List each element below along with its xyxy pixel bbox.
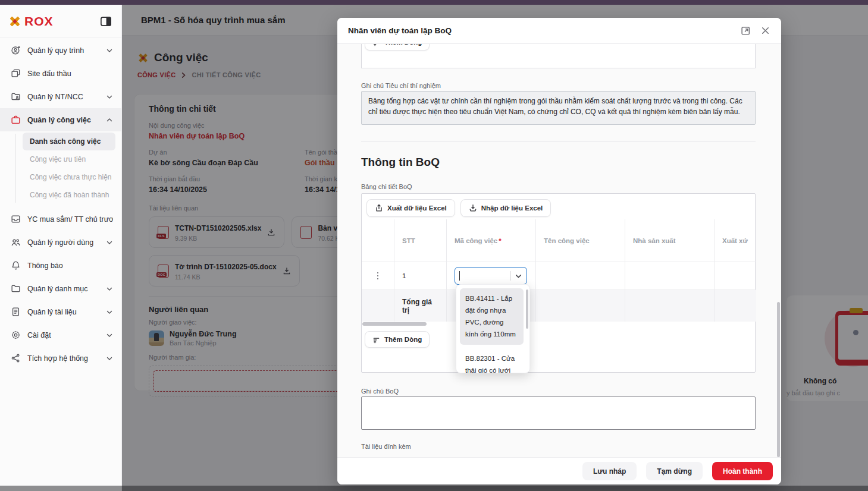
horizontal-scrollbar[interactable] [362,322,427,326]
sidebar-item-label: Thông báo [27,262,113,270]
ma-cong-viec-dropdown: BB.41411 - Lắp đặt ống nhựa PVC, đường k… [456,284,530,373]
sidebar-item-label: YC mua sắm/ TT chủ trương [27,215,113,224]
drag-column-header [362,219,394,262]
boq-note-label: Ghi chú BoQ [361,388,399,395]
row-menu-icon[interactable] [375,270,381,282]
boq-modal: Nhân viên dự toán lập BoQ Thêm Dòng Ghi … [337,18,781,484]
table-row: 1 [362,262,755,290]
vendor-folder-icon [11,92,21,102]
sidebar-item-label: Quản lý NT/NCC [27,93,99,101]
gear-icon [11,330,21,340]
sidebar-item-tai-lieu[interactable]: Quản lý tài liệu [0,300,121,323]
sidebar-item-label: Quản lý tài liệu [27,308,99,316]
sidebar-item-quy-trinh[interactable]: Quản lý quy trình [0,39,121,62]
export-label: Xuất dữ liệu Excel [387,204,447,212]
complete-button[interactable]: Hoàn thành [712,462,773,480]
sidebar-collapse-icon[interactable] [100,15,112,27]
boq-table-label: Bảng chi tiết BoQ [361,183,412,190]
rox-logo-icon [8,15,21,28]
modal-footer: Lưu nháp Tạm dừng Hoàn thành [337,457,781,484]
sidebar-subitem-danh-sach[interactable]: Danh sách công việc [23,133,115,150]
add-row-icon [372,336,380,344]
test-note-textarea[interactable]: Bảng tổng hợp các vật tư chính cần thí n… [361,91,756,125]
attach-label: Tài liệu đính kèm [361,443,411,450]
ma-cong-viec-select[interactable] [455,267,527,285]
sidebar-item-thong-bao[interactable]: Thông báo [0,254,121,277]
users-icon [11,237,21,247]
cell-ten-cong-viec[interactable] [536,262,625,290]
inbox-icon [11,214,21,224]
previous-table-cut: Thêm Dòng [361,44,756,68]
chevron-up-icon [106,117,113,124]
chevron-down-icon [106,332,113,339]
sidebar-item-tich-hop[interactable]: Tích hợp hệ thống [0,347,121,370]
dropdown-scrollbar[interactable] [526,289,528,329]
sidebar-submenu: Danh sách công việc Công việc ưu tiên Cô… [0,131,121,207]
modal-body: Thêm Dòng Ghi chú Tiêu chí thí nghiệm Bả… [337,44,781,457]
boq-note-textarea[interactable] [361,396,756,430]
boq-table: Xuất dữ liệu Excel Nhập dữ liệu Excel ST… [361,193,756,373]
chevron-down-icon [106,239,113,246]
site-icon [11,68,21,78]
sidebar-item-site-dau-thau[interactable]: Site đấu thầu [0,62,121,85]
sidebar-subitem-da-hoan-thanh[interactable]: Công việc đã hoàn thành [23,186,115,204]
chevron-down-icon [106,93,113,100]
export-excel-button[interactable]: Xuất dữ liệu Excel [366,199,455,217]
briefcase-icon [11,115,21,125]
total-label: Tổng giá trị [402,298,438,314]
sidebar-item-label: Quản lý người dùng [27,238,99,247]
sidebar-subitem-chua-thuc-hien[interactable]: Công việc chưa thực hiện [23,168,115,186]
sidebar-item-cong-viec[interactable]: Quản lý công việc [0,108,121,131]
integration-icon [11,353,21,363]
add-row-label: Thêm Dòng [384,336,422,343]
sidebar-item-cai-dat[interactable]: Cài đặt [0,323,121,347]
sidebar-item-label: Quản lý công việc [27,116,99,124]
sidebar-item-danh-muc[interactable]: Quản lý danh mục [0,277,121,300]
modal-title: Nhân viên dự toán lập BoQ [348,26,731,35]
add-row-button-top[interactable]: Thêm Dòng [365,44,430,51]
import-icon [469,204,477,212]
col-stt: STT [394,219,447,262]
sidebar-item-yc-mua-sam[interactable]: YC mua sắm/ TT chủ trương [0,207,121,231]
import-label: Nhập dữ liệu Excel [481,204,543,212]
dropdown-option[interactable]: BB.82301 - Cửa thải gió có lưới chắn côn… [460,348,524,374]
sidebar-item-label: Site đấu thầu [27,70,113,78]
close-icon[interactable] [760,26,770,36]
chevron-down-icon [106,285,113,292]
add-row-label: Thêm Dòng [384,44,422,46]
expand-icon[interactable] [741,26,751,36]
add-row-button[interactable]: Thêm Dòng [365,331,430,348]
bottom-dim-strip [0,486,868,491]
chevron-down-icon [106,355,113,362]
process-icon [11,45,21,55]
chevron-down-icon[interactable] [515,272,522,280]
text-cursor [459,271,460,281]
boq-section-title: Thông tin BoQ [361,156,440,169]
test-note-label: Ghi chú Tiêu chí thí nghiệm [361,82,441,89]
sidebar-subitem-uu-tien[interactable]: Công việc ưu tiên [23,150,115,168]
browser-top-strip [0,0,868,5]
bell-icon [11,260,21,270]
export-icon [375,204,383,212]
dropdown-option[interactable]: BB.41411 - Lắp đặt ống nhựa PVC, đường k… [460,288,524,345]
save-draft-button[interactable]: Lưu nháp [582,462,637,480]
folder-icon [11,284,21,294]
import-excel-button[interactable]: Nhập dữ liệu Excel [460,199,551,217]
add-row-icon [372,44,380,46]
modal-scrollbar[interactable] [777,302,780,457]
pause-button[interactable]: Tạm dừng [646,462,703,480]
app-root: ROX Quản lý quy trình Site đấu thầu Quản… [0,0,868,491]
sidebar-item-nguoi-dung[interactable]: Quản lý người dùng [0,231,121,254]
col-xuat-xu: Xuất xứ [715,219,756,262]
sidebar-item-label: Cài đặt [27,331,99,339]
rox-logo: ROX [8,14,54,29]
col-nha-san-xuat: Nhà sản xuất [625,219,715,262]
total-row: Tổng giá trị [362,290,755,322]
cell-nha-san-xuat[interactable] [625,262,715,290]
section-divider [361,141,756,141]
table-header-row: STT Mã công việc* Tên công việc Nhà sản … [362,219,755,262]
col-ma-cong-viec: Mã công việc* [447,219,536,262]
required-asterisk: * [499,237,501,244]
sidebar-item-nt-ncc[interactable]: Quản lý NT/NCC [0,85,121,108]
cell-xuat-xu[interactable] [715,262,756,290]
